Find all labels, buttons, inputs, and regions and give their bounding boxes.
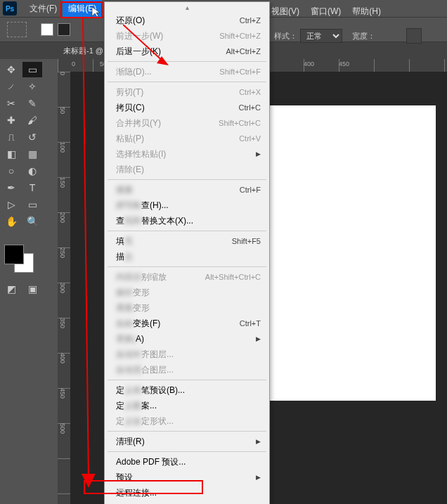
menu-window[interactable]: 窗口(W) <box>305 3 346 20</box>
menu-purge[interactable]: 清理(R)▶ <box>105 434 269 449</box>
menu-transform[interactable]: 变换(A)▶ <box>105 331 269 347</box>
hand-tool[interactable]: ✋ <box>1 214 21 229</box>
menu-adobe-pdf[interactable]: Adobe PDF 预设... <box>105 454 269 470</box>
menu-edit[interactable]: 编辑(E) <box>63 0 102 18</box>
menu-remote[interactable]: 远程连接... <box>105 485 269 500</box>
menu-view[interactable]: 视图(V) <box>266 3 305 20</box>
ruler-vertical: 0 50 100 150 200 250 300 350 400 450 500 <box>58 72 70 504</box>
menu-perspective-warp[interactable]: 透视变形 <box>105 300 269 316</box>
chevron-right-icon: ▶ <box>256 474 261 481</box>
menu-presets[interactable]: 预设▶ <box>105 470 269 485</box>
wand-tool[interactable]: ✧ <box>22 79 42 94</box>
swatch-black[interactable] <box>58 23 70 36</box>
quickmask-tool[interactable]: ◩ <box>1 281 21 297</box>
app-logo: Ps <box>3 1 17 15</box>
swatch-white[interactable] <box>41 23 53 36</box>
foreground-swatch[interactable] <box>4 245 24 264</box>
chevron-right-icon: ▶ <box>256 438 261 445</box>
swap-icon[interactable] <box>406 28 422 44</box>
menu-paste[interactable]: 粘贴(P)Ctrl+V <box>105 131 269 146</box>
menu-collapse-icon[interactable]: ▴ <box>105 2 269 13</box>
menu-expand-icon[interactable]: ▾ <box>105 500 269 504</box>
menu-define-pattern[interactable]: 定义图案... <box>105 398 269 413</box>
zoom-tool[interactable]: 🔍 <box>22 214 42 229</box>
menu-auto-align[interactable]: 自动对齐图层... <box>105 347 269 362</box>
menu-file[interactable]: 文件(F) <box>24 0 63 18</box>
tools-panel: ✥ ▭ ⟋ ✧ ✂ ✎ ✚ 🖌 ⎍ ↺ ◧ ▦ ○ ◐ ✒ T ▷ ▭ ✋ 🔍 … <box>0 59 49 299</box>
chevron-right-icon: ▶ <box>256 335 261 342</box>
screenmode-tool[interactable]: ▣ <box>22 281 42 297</box>
shape-tool[interactable]: ▭ <box>22 197 42 212</box>
menu-define-shape[interactable]: 定义自定形状... <box>105 413 269 429</box>
lasso-tool[interactable]: ⟋ <box>1 79 21 94</box>
menu-auto-blend[interactable]: 自动混合图层... <box>105 362 269 377</box>
move-tool[interactable]: ✥ <box>1 62 21 77</box>
heal-tool[interactable]: ✚ <box>1 112 21 128</box>
menu-help[interactable]: 帮助(H) <box>346 3 387 20</box>
document-tab[interactable]: 未标题-1 @ <box>58 43 109 59</box>
menu-step-back[interactable]: 后退一步(K)Alt+Ctrl+Z <box>105 44 269 59</box>
menu-paste-special[interactable]: 选择性粘贴(I)▶ <box>105 146 269 162</box>
menu-cut[interactable]: 剪切(T)Ctrl+X <box>105 84 269 100</box>
crop-tool[interactable]: ✂ <box>1 96 21 111</box>
menu-fill[interactable]: 填充Shift+F5 <box>105 233 269 249</box>
marquee-tool[interactable]: ▭ <box>22 62 42 77</box>
marquee-preview[interactable] <box>7 22 27 37</box>
dodge-tool[interactable]: ◐ <box>22 163 42 179</box>
style-select[interactable]: 正常 <box>300 29 342 43</box>
gradient-tool[interactable]: ▦ <box>22 146 42 162</box>
menu-free-transform[interactable]: 自由变换(F)Ctrl+T <box>105 316 269 331</box>
menu-fade[interactable]: 渐隐(D)...Shift+Ctrl+F <box>105 64 269 79</box>
color-swatches[interactable] <box>1 245 44 280</box>
type-tool[interactable]: T <box>22 180 42 195</box>
pen-tool[interactable]: ✒ <box>1 180 21 195</box>
chevron-right-icon: ▶ <box>256 150 261 157</box>
blur-tool[interactable]: ○ <box>1 163 21 179</box>
style-label: 样式： <box>274 31 297 41</box>
menu-stroke[interactable]: 描边 <box>105 249 269 264</box>
menu-content-aware-scale[interactable]: 内容识别缩放Alt+Shift+Ctrl+C <box>105 269 269 285</box>
menu-undo[interactable]: 还原(O)Ctrl+Z <box>105 13 269 28</box>
eyedropper-tool[interactable]: ✎ <box>22 96 42 111</box>
menu-copy[interactable]: 拷贝(C)Ctrl+C <box>105 100 269 115</box>
stamp-tool[interactable]: ⎍ <box>1 129 21 145</box>
history-brush-tool[interactable]: ↺ <box>22 129 42 145</box>
brush-tool[interactable]: 🖌 <box>22 112 42 128</box>
menu-copy-merged[interactable]: 合并拷贝(Y)Shift+Ctrl+C <box>105 115 269 131</box>
menu-step-forward[interactable]: 前进一步(W)Shift+Ctrl+Z <box>105 28 269 44</box>
menu-find-replace[interactable]: 查找和替换文本(X)... <box>105 213 269 228</box>
menu-clear[interactable]: 清除(E) <box>105 162 269 177</box>
menu-puppet-warp[interactable]: 操控变形 <box>105 285 269 300</box>
path-tool[interactable]: ▷ <box>1 197 21 212</box>
menu-search[interactable]: 搜索Ctrl+F <box>105 182 269 198</box>
menu-define-brush[interactable]: 定义画笔预设(B)... <box>105 382 269 398</box>
edit-dropdown: ▴ 还原(O)Ctrl+Z 前进一步(W)Shift+Ctrl+Z 后退一步(K… <box>104 1 270 504</box>
menu-check-spelling[interactable]: 拼写检查(H)... <box>105 198 269 213</box>
eraser-tool[interactable]: ◧ <box>1 146 21 162</box>
width-label: 宽度： <box>352 31 375 41</box>
